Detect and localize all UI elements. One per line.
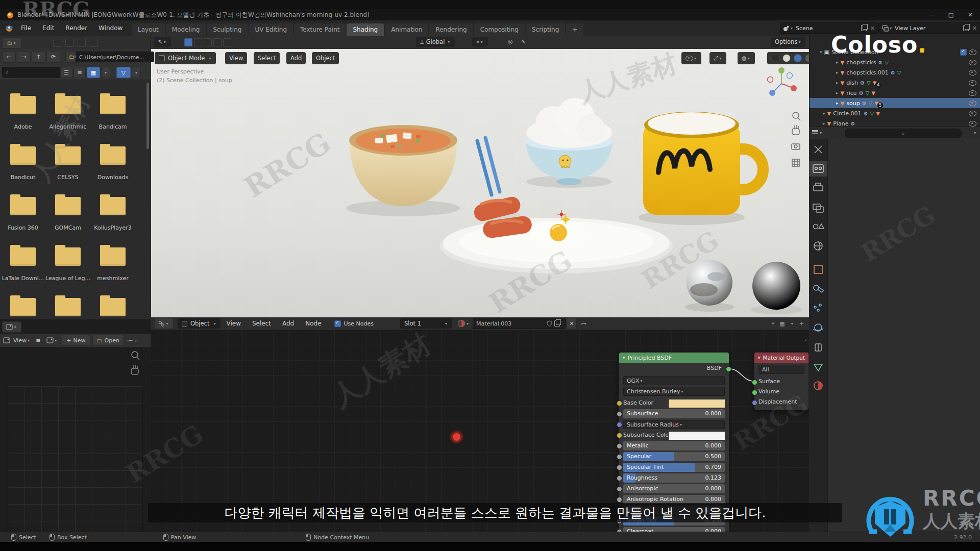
image-browse-icon[interactable] <box>46 337 54 343</box>
pin-icon[interactable]: ⊶ <box>127 337 133 344</box>
show-gizmo-dropdown[interactable]: ▾ <box>681 52 701 64</box>
folder-item[interactable]: League of Leg... <box>45 247 90 282</box>
folder-item[interactable]: Allegorithmic <box>45 96 90 130</box>
outliner-row[interactable]: ▸▼ Circle.001 ⚙▽ ▼ <box>810 108 980 118</box>
specular-slider[interactable]: Specular0.500 <box>623 452 725 461</box>
tab-shading[interactable]: Shading <box>347 23 384 36</box>
use-nodes-checkbox[interactable] <box>334 320 341 327</box>
eye-icon[interactable] <box>969 101 976 106</box>
close-button[interactable]: ✕ <box>961 9 980 20</box>
display-option-icon[interactable] <box>78 39 86 47</box>
menu-edit[interactable]: Edit <box>37 20 60 36</box>
tab-add-workspace[interactable]: + <box>566 23 583 36</box>
select-mode-subtract-icon[interactable] <box>204 38 212 46</box>
editor-type-button[interactable]: ▾ <box>154 318 174 329</box>
clearcoat-slider[interactable]: Clearcoat0.000 <box>623 527 725 532</box>
shader-type-dropdown[interactable]: Object▾ <box>178 318 220 329</box>
vertical-list-view-button[interactable]: ☰ <box>60 67 72 78</box>
overlays-dropdown[interactable]: ◍▾ <box>738 52 755 64</box>
outliner-row[interactable]: ▸▼ rice ⚙▽ ▼ <box>810 88 980 98</box>
minimize-button[interactable]: ─ <box>922 9 941 20</box>
select-mode-extend-icon[interactable] <box>194 38 202 46</box>
add-node-icon[interactable]: + <box>799 320 804 327</box>
display-option-icon[interactable] <box>53 39 61 47</box>
proportional-falloff-icon[interactable]: ∿ <box>521 38 526 45</box>
eye-icon[interactable] <box>969 60 976 65</box>
maximize-button[interactable]: □ <box>941 9 961 20</box>
chevron-down-icon[interactable]: ▾ <box>974 131 976 135</box>
tab-layout[interactable]: Layout <box>132 23 165 36</box>
outliner-row[interactable]: ▸▼ Plane ⚙ <box>810 118 980 127</box>
eye-icon[interactable] <box>969 70 976 76</box>
menu-file[interactable]: File <box>15 20 37 36</box>
new-image-button[interactable]: +New <box>62 335 90 346</box>
folder-item[interactable]: KollusPlayer3 <box>90 197 135 231</box>
material-preview-icon[interactable] <box>794 54 802 62</box>
hamburger-menu-icon[interactable]: ≡ <box>36 337 40 344</box>
solid-shading-icon[interactable] <box>782 54 791 62</box>
horizontal-list-view-button[interactable]: ≡ <box>74 67 86 78</box>
pin-icon[interactable]: ⊶ <box>581 320 586 327</box>
viewport-menu-object[interactable]: Object <box>312 52 339 64</box>
material-name-field[interactable]: Material.003 <box>473 318 566 329</box>
roughness-slider[interactable]: Roughness0.123 <box>623 473 725 483</box>
copy-material-icon[interactable] <box>554 320 560 327</box>
outliner-row[interactable]: ▸▼ chopsticks.001 ⚙▽ <box>810 67 980 78</box>
forward-button[interactable]: → <box>17 51 31 63</box>
output-target-dropdown[interactable]: All <box>758 365 804 374</box>
blender-menu-icon[interactable] <box>5 24 13 32</box>
node-header[interactable]: ▾Principled BSDF <box>619 353 729 363</box>
folder-item[interactable]: Fusion 360 <box>1 197 45 231</box>
shader-menu-view[interactable]: View <box>220 317 246 330</box>
transform-orientation-dropdown[interactable]: ⟂ Global▾ <box>416 37 455 47</box>
viewport-menu-add[interactable]: Add <box>286 52 306 64</box>
image-editor-grid[interactable] <box>7 386 143 533</box>
material-output-node[interactable]: ▾Material Output All Surface Volume Disp… <box>754 352 809 410</box>
refresh-button[interactable]: ⟳ <box>46 51 60 63</box>
shader-menu-add[interactable]: Add <box>277 317 300 330</box>
mode-dropdown[interactable]: Object Mode▾ <box>155 52 216 64</box>
scrollbar[interactable] <box>146 83 149 149</box>
folder-item[interactable]: LaTale Downl... <box>1 247 45 282</box>
outliner-row[interactable]: ▸▼ dish ⚙▽ ▼4 <box>810 78 980 88</box>
filter-settings-dropdown[interactable]: ▾ <box>132 67 141 78</box>
viewport-menu-view[interactable]: View <box>225 52 247 64</box>
editor-type-button[interactable]: 🗀▾ <box>2 37 21 48</box>
viewport-menu-select[interactable]: Select <box>254 52 280 64</box>
display-settings-dropdown[interactable]: ▾ <box>101 67 110 78</box>
new-scene-icon[interactable] <box>861 25 867 31</box>
image-editor-view-menu[interactable]: View <box>13 337 27 344</box>
folder-item[interactable]: Downloads <box>90 146 135 181</box>
display-option-icon[interactable] <box>65 39 74 47</box>
path-field[interactable]: C:\Users\user\Docume... <box>76 52 154 62</box>
filter-button[interactable]: ▽ <box>116 67 131 78</box>
editor-type-button[interactable]: ▾ <box>2 321 21 333</box>
proportional-editing-icon[interactable]: ◎ <box>508 38 513 45</box>
tab-modeling[interactable]: Modeling <box>166 23 206 36</box>
folder-item[interactable]: GOMCam <box>45 197 90 231</box>
properties-search-input[interactable]: ⌕ <box>845 129 962 138</box>
subsurface-method-dropdown[interactable]: Christensen-Burley▾ <box>623 387 725 396</box>
subsurface-radius-dropdown[interactable]: Subsurface Radius▾ <box>623 420 725 429</box>
expand-arrow-icon[interactable]: ‹ <box>805 337 807 343</box>
unlink-scene-icon[interactable]: ✕ <box>870 25 875 32</box>
thumbnail-view-button[interactable]: ▦ <box>87 67 100 78</box>
metallic-slider[interactable]: Metallic0.000 <box>623 441 725 450</box>
node-header[interactable]: ▾Material Output <box>754 353 808 363</box>
properties-tab-icons[interactable] <box>809 139 827 404</box>
bsdf-output-socket[interactable] <box>726 366 731 372</box>
shading-mode-buttons[interactable]: ▾ <box>767 52 809 64</box>
up-button[interactable]: ↑ <box>32 51 45 63</box>
tab-compositing[interactable]: Compositing <box>474 23 525 36</box>
viewport-3d[interactable]: Object Mode▾ View Select Add Object ▾ ⤢▾… <box>151 49 809 317</box>
slot-dropdown[interactable]: Slot 1▾ <box>400 318 452 329</box>
folder-item[interactable] <box>1 298 45 316</box>
snap-node-icon[interactable]: ⌖ <box>771 320 774 327</box>
gizmos-dropdown[interactable]: ⤢▾ <box>709 52 726 64</box>
subsurface-color-swatch[interactable] <box>668 431 726 440</box>
eye-icon[interactable] <box>969 49 976 55</box>
properties-tabs[interactable] <box>809 139 828 532</box>
navigation-gizmo[interactable] <box>763 65 800 102</box>
folder-item[interactable]: Adobe <box>1 96 45 130</box>
shader-editor-canvas[interactable]: ▾Principled BSDF BSDF GGX▾ Christensen-B… <box>151 330 809 532</box>
